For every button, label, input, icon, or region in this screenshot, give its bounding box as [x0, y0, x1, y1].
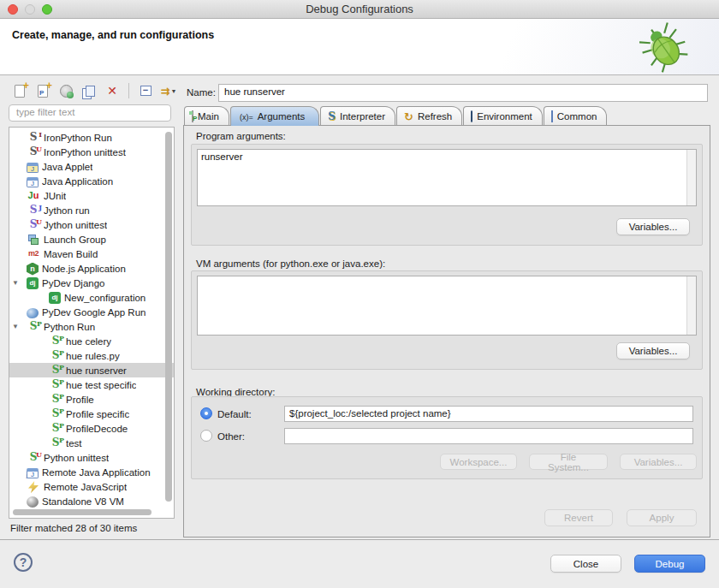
tree-item-label: hue rules.py — [66, 351, 120, 361]
export-launch-configurations-button[interactable] — [57, 82, 74, 99]
tree-item-label: Python unittest — [44, 453, 109, 463]
main-tab-icon — [192, 111, 193, 122]
close-button[interactable]: Close — [550, 555, 621, 573]
duplicate-launch-configuration-button[interactable] — [80, 82, 98, 99]
help-button[interactable]: ? — [14, 553, 33, 572]
tree-item-junit[interactable]: JuJUnit — [9, 188, 175, 203]
tree-item-label: hue test specific — [66, 380, 136, 390]
tree-item-java-applet[interactable]: JJava Applet — [9, 159, 175, 174]
new-launch-prototype-button[interactable]: P+ — [34, 82, 51, 99]
node-icon: n — [27, 263, 39, 276]
tree-horizontal-scrollbar[interactable] — [13, 509, 152, 515]
snake-dark-icon: SU — [27, 146, 40, 159]
common-tab-icon — [551, 111, 553, 122]
tree-item-profile-specific[interactable]: SPProfile specific — [9, 407, 175, 421]
tree-item-python-run[interactable]: ▼SPPython Run — [9, 319, 175, 334]
workspace-button[interactable]: Workspace... — [440, 454, 517, 470]
snake-purple-icon: SU — [27, 218, 40, 232]
title-bar[interactable]: Debug Configurations — [0, 0, 719, 19]
filter-launch-configurations-button[interactable]: ⇉▼ — [160, 82, 177, 99]
tree-item-test[interactable]: SPtest — [9, 436, 175, 450]
tab-common[interactable]: Common — [544, 106, 608, 126]
tree-item-label: Profile — [66, 395, 94, 405]
vm-arguments-textarea[interactable] — [197, 276, 697, 336]
tree-item-launch-group[interactable]: Launch Group — [9, 232, 175, 246]
tree-vertical-scrollbar[interactable] — [165, 132, 172, 502]
filter-input[interactable]: type filter text — [9, 104, 171, 122]
program-arguments-scrollbar[interactable] — [686, 150, 696, 205]
tree-item-hue-test-specific[interactable]: SPhue test specific — [9, 377, 175, 392]
default-radio[interactable] — [200, 407, 212, 419]
tree-item-pydev-django[interactable]: ▼djPyDev Django — [9, 276, 175, 290]
other-directory-field[interactable] — [284, 428, 693, 444]
program-arguments-textarea[interactable]: runserver — [197, 149, 697, 206]
tree-item-profiledecode[interactable]: SPProfileDecode — [9, 421, 175, 436]
tree-item-new-configuration[interactable]: djNew_configuration — [9, 290, 175, 305]
dialog-header: Create, manage, and run configurations — [0, 19, 719, 75]
tab-main[interactable]: Main — [184, 106, 229, 126]
refresh-tab-icon: ↻ — [404, 110, 413, 123]
tree-item-profile[interactable]: SPProfile — [9, 392, 175, 407]
collapse-all-button[interactable]: − — [137, 82, 154, 99]
javascript-icon — [28, 481, 39, 493]
tab-label: Main — [198, 111, 219, 122]
expand-arrow-icon[interactable]: ▼ — [12, 323, 19, 330]
revert-button[interactable]: Revert — [544, 509, 613, 526]
tree-item-label: test — [66, 438, 82, 448]
tab-refresh[interactable]: ↻Refresh — [396, 106, 462, 126]
tree-item-hue-runserver[interactable]: SPhue runserver — [9, 363, 175, 377]
workdir-variables-button[interactable]: Variables... — [620, 454, 697, 470]
tree-item-label: ProfileDecode — [66, 424, 128, 434]
program-arguments-label: Program arguments: — [196, 131, 286, 141]
tree-item-standalone-v8-vm[interactable]: Standalone V8 VM — [9, 494, 175, 508]
java-app-icon: J — [27, 177, 39, 187]
tree-item-label: PyDev Google App Run — [42, 307, 146, 318]
tree-item-java-application[interactable]: JJava Application — [9, 174, 175, 188]
tab-arguments[interactable]: (x)=Arguments — [230, 106, 319, 126]
tree-item-label: Jython run — [44, 205, 90, 216]
tree-item-node-js-application[interactable]: nNode.js Application — [9, 261, 175, 276]
other-radio[interactable] — [200, 430, 212, 442]
tree-item-python-unittest[interactable]: SUPython unittest — [9, 450, 175, 465]
dialog-header-title: Create, manage, and run configurations — [12, 29, 214, 41]
tree-item-maven-build[interactable]: m2Maven Build — [9, 246, 175, 261]
snake-green-icon: SP — [49, 437, 62, 450]
delete-launch-configuration-button[interactable]: ✕ — [104, 82, 121, 99]
vm-arguments-variables-button[interactable]: Variables... — [616, 342, 690, 359]
name-input[interactable]: hue runserver — [218, 84, 708, 102]
configurations-tree: SIIronPython RunSUIronPython unittestJJa… — [9, 127, 175, 519]
tree-item-jython-unittest[interactable]: SUJython unittest — [9, 217, 175, 232]
vm-arguments-scrollbar[interactable] — [686, 276, 696, 335]
tab-interpreter[interactable]: SInterpreter — [320, 106, 395, 126]
tab-label: Common — [557, 111, 597, 122]
expand-arrow-icon[interactable]: ▼ — [12, 279, 19, 287]
tree-item-label: Node.js Application — [42, 264, 126, 274]
tree-item-remote-javascript[interactable]: Remote JavaScript — [9, 479, 175, 494]
debug-configurations-dialog: Debug Configurations Create, manage, and… — [0, 0, 719, 588]
debug-button[interactable]: Debug — [634, 555, 705, 573]
tree-item-label: Remote Java Application — [42, 467, 151, 478]
file-system-button[interactable]: File System... — [529, 454, 608, 470]
tree-item-ironpython-run[interactable]: SIIronPython Run — [9, 130, 175, 145]
tree-item-ironpython-unittest[interactable]: SUIronPython unittest — [9, 145, 175, 159]
tree-item-pydev-google-app-run[interactable]: PyDev Google App Run — [9, 305, 175, 319]
tree-item-remote-java-application[interactable]: JRemote Java Application — [9, 465, 175, 479]
new-launch-configuration-button[interactable]: + — [11, 82, 28, 99]
debug-bug-icon — [637, 21, 692, 75]
snake-green-icon: SP — [27, 320, 40, 334]
tab-label: Environment — [477, 111, 532, 122]
apply-button[interactable]: Apply — [627, 509, 697, 526]
django-icon: dj — [49, 292, 61, 304]
configuration-tabs: Main(x)=ArgumentsSInterpreter↻RefreshEnv… — [184, 106, 608, 126]
default-directory-field[interactable]: ${project_loc:/selected project name} — [284, 406, 693, 422]
program-arguments-group: runserver Variables... — [191, 144, 703, 246]
tree-item-jython-run[interactable]: SJJython run — [9, 203, 175, 217]
tree-item-hue-celery[interactable]: SPhue celery — [9, 334, 175, 348]
tree-item-label: Standalone V8 VM — [42, 496, 124, 507]
program-arguments-variables-button[interactable]: Variables... — [616, 218, 690, 235]
tree-item-hue-rules-py[interactable]: SPhue rules.py — [9, 348, 175, 363]
vm-arguments-label: VM arguments (for python.exe or java.exe… — [196, 258, 385, 269]
remote-java-icon: J — [27, 468, 39, 478]
tree-item-label: Python Run — [44, 322, 95, 332]
tab-environment[interactable]: Environment — [463, 106, 543, 126]
